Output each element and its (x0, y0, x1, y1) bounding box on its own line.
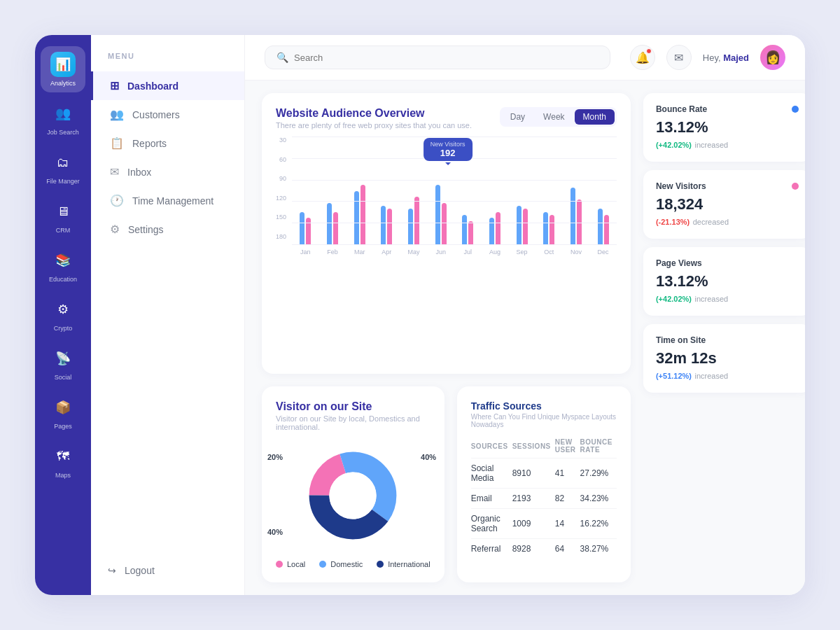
bar-blue-mar (354, 191, 359, 246)
donut-legend: Local Domestic International (276, 560, 430, 568)
x-label-jan: Jan (292, 248, 319, 255)
time-tab-group: Day Week Month (500, 107, 617, 127)
sidebar-label-file-manager: File Manger (46, 178, 80, 185)
customers-menu-icon: 👥 (110, 108, 124, 121)
messages-button[interactable]: ✉ (666, 45, 692, 70)
stat-suffix-new-visitors: decreased (693, 218, 729, 226)
audience-card-title: Website Audience Overview (276, 107, 472, 120)
y-label-1: 30 (276, 136, 286, 144)
bar-group-dec (589, 136, 617, 245)
crm-icon: 🖥 (50, 199, 76, 224)
sidebar-label-crm: CRM (56, 227, 71, 234)
table-row: Social Media89104127.29% (471, 458, 617, 489)
legend-label-domestic: Domestic (330, 560, 363, 568)
bar-blue-jun (435, 185, 440, 245)
legend-domestic: Domestic (319, 560, 363, 568)
bar-group-apr (373, 136, 400, 245)
menu-item-dashboard[interactable]: ⊞ Dashboard (91, 71, 244, 100)
bar-chart-container: 180 150 120 90 60 30 (276, 136, 617, 255)
sidebar-item-crm[interactable]: 🖥 CRM (41, 193, 85, 239)
search-bar[interactable]: 🔍 (265, 46, 610, 69)
notifications-button[interactable]: 🔔 (630, 45, 655, 70)
bar-blue-dec (598, 209, 603, 245)
sidebar-label-analytics: Analytics (50, 80, 76, 87)
time-management-menu-icon: 🕐 (110, 194, 124, 207)
table-row: Referral89286438.27% (471, 539, 617, 559)
bars-row (292, 136, 617, 245)
logout-button[interactable]: ↪ Logout (91, 557, 244, 584)
bar-group-aug (482, 136, 509, 245)
x-label-apr: Apr (373, 248, 400, 255)
bar-blue-oct (543, 212, 548, 245)
col-bounce-rate: BOUNCE RATE (580, 435, 617, 458)
y-label-4: 120 (276, 195, 286, 202)
menu-item-label-inbox: Inbox (127, 167, 151, 178)
stat-card-page-views: Page Views 13.12% (+42.02%) increased (643, 247, 805, 316)
sidebar-item-analytics[interactable]: 📊 Analytics (41, 46, 85, 92)
y-axis-labels: 180 150 120 90 60 30 (276, 136, 286, 255)
bar-pink-jun (442, 203, 447, 245)
col-sessions: SESSIONS (512, 435, 555, 458)
avatar[interactable]: 👩 (760, 45, 785, 70)
sidebar-item-education[interactable]: 📚 Education (41, 242, 85, 288)
bar-pink-jul (468, 221, 473, 245)
bar-blue-may (408, 209, 413, 245)
menu-item-reports[interactable]: 📋 Reports (91, 129, 244, 158)
tab-week[interactable]: Week (535, 109, 573, 125)
x-axis-labels: JanFebMarAprMayJunJulAugSepOctNovDec (292, 248, 617, 255)
x-label-may: May (400, 248, 428, 255)
bar-group-feb (319, 136, 346, 245)
bar-group-jun (427, 136, 454, 245)
x-label-sep: Sep (508, 248, 536, 255)
menu-item-time-management[interactable]: 🕐 Time Management (91, 186, 244, 215)
sidebar-item-pages[interactable]: 📦 Pages (41, 389, 85, 435)
sidebar-label-education: Education (49, 276, 77, 283)
stat-value-new-visitors: 18,324 (656, 195, 799, 214)
menu-item-inbox[interactable]: ✉ Inbox (91, 158, 244, 186)
y-label-5: 150 (276, 214, 286, 220)
reports-menu-icon: 📋 (110, 136, 124, 150)
legend-label-international: International (388, 560, 430, 568)
dashboard-body: Website Audience Overview There are plen… (245, 80, 805, 595)
sidebar-item-file-manager[interactable]: 🗂 File Manger (41, 144, 85, 190)
sidebar-item-social[interactable]: 📡 Social (41, 340, 85, 386)
cell-new-user: 14 (555, 509, 580, 539)
icon-sidebar: 📊 Analytics 👥 Job Search 🗂 File Manger 🖥… (35, 35, 91, 595)
stat-dot-bounce-rate (792, 106, 799, 113)
search-input[interactable] (294, 52, 598, 63)
sidebar-item-crypto[interactable]: ⚙ Crypto (41, 291, 85, 337)
cell-new-user: 82 (555, 489, 580, 509)
y-label-3: 90 (276, 175, 286, 182)
sidebar-item-maps[interactable]: 🗺 Maps (41, 438, 85, 484)
cell-new-user: 41 (555, 458, 580, 489)
stat-dot-new-visitors (792, 183, 799, 190)
stat-title-page-views: Page Views (656, 258, 799, 268)
traffic-table-head: SOURCES SESSIONS NEW USER BOUNCE RATE (471, 435, 617, 458)
tab-month[interactable]: Month (575, 109, 615, 125)
x-label-mar: Mar (346, 248, 373, 255)
stat-title-bounce-rate: Bounce Rate (656, 104, 799, 114)
sidebar-item-job-search[interactable]: 👥 Job Search (41, 95, 85, 141)
table-row: Organic Search10091416.22% (471, 509, 617, 539)
pages-icon: 📦 (50, 395, 76, 420)
audience-card-header: Website Audience Overview There are plen… (276, 107, 617, 130)
stat-value-time-on-site: 32m 12s (656, 349, 799, 368)
cell-sessions: 8928 (512, 539, 555, 559)
menu-item-customers[interactable]: 👥 Customers (91, 100, 244, 129)
tab-day[interactable]: Day (502, 109, 533, 125)
x-label-aug: Aug (482, 248, 509, 255)
analytics-icon: 📊 (50, 52, 76, 77)
main-content: 🔍 🔔 ✉ Hey, Majed 👩 We (245, 35, 805, 595)
settings-menu-icon: ⚙ (110, 223, 120, 236)
cell-source: Email (471, 489, 512, 509)
stat-suffix-page-views: increased (694, 295, 728, 303)
bar-pink-nov (577, 200, 582, 245)
stat-suffix-time-on-site: increased (694, 372, 728, 380)
cell-sessions: 1009 (512, 509, 555, 539)
cell-new-user: 64 (555, 539, 580, 559)
menu-item-settings[interactable]: ⚙ Settings (91, 215, 244, 244)
cell-bounce-rate: 27.29% (580, 458, 617, 489)
traffic-title: Traffic Sources (471, 400, 617, 412)
bar-pink-aug (496, 212, 500, 245)
logout-icon: ↪ (108, 565, 116, 576)
